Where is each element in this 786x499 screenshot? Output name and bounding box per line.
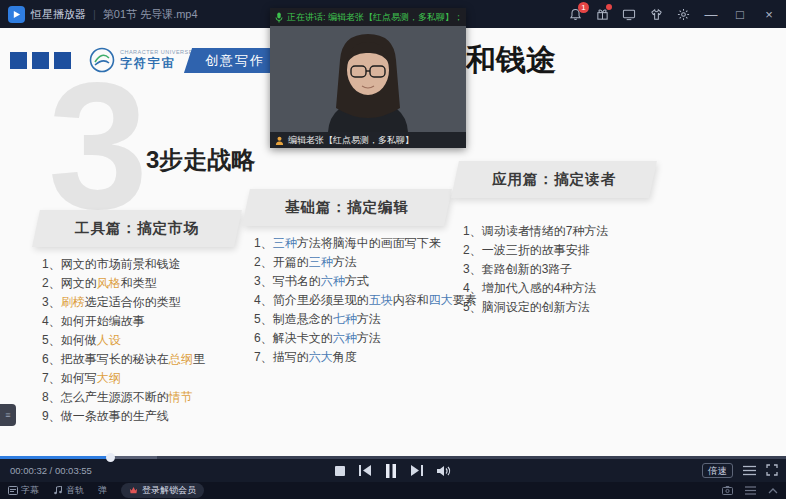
volume-icon[interactable] xyxy=(437,465,451,477)
previous-button[interactable] xyxy=(359,465,371,476)
list-panel-icon[interactable] xyxy=(745,486,756,495)
playlist-icon[interactable] xyxy=(743,462,756,480)
danmaku-toggle[interactable]: 弹 xyxy=(98,484,107,497)
list-item: 7、如何写大纲 xyxy=(42,369,205,388)
list-item: 5、脑洞设定的创新方法 xyxy=(463,298,608,317)
list-item: 2、网文的风格和类型 xyxy=(42,274,205,293)
app-name: 恒星播放器 xyxy=(31,7,86,22)
vip-icon xyxy=(129,486,138,495)
list-item: 3、刷榜选定适合你的类型 xyxy=(42,293,205,312)
person-icon xyxy=(275,136,284,145)
brand-square xyxy=(32,52,49,69)
list-item: 4、简介里必须呈现的五块内容和四大要素 xyxy=(254,291,477,310)
brand-square xyxy=(10,52,27,69)
logo-chinese-text: 字符宇宙 xyxy=(120,55,193,72)
microphone-icon xyxy=(275,12,283,23)
tools-list: 1、网文的市场前景和钱途2、网文的风格和类型3、刷榜选定适合你的类型4、如何开始… xyxy=(42,255,205,426)
close-button[interactable]: × xyxy=(760,7,778,22)
list-item: 2、开篇的三种方法 xyxy=(254,253,477,272)
speaking-text: 正在讲话: 编辑老张【红点易测，多私聊】； xyxy=(287,11,463,24)
stop-button[interactable] xyxy=(335,466,345,476)
titlebar-divider: | xyxy=(93,8,96,20)
card-application: 应用篇：搞定读者 xyxy=(455,161,653,198)
list-item: 4、如何开始编故事 xyxy=(42,312,205,331)
list-item: 4、增加代入感的4种方法 xyxy=(463,279,608,298)
list-item: 6、把故事写长的秘诀在总纲里 xyxy=(42,350,205,369)
gift-badge-dot xyxy=(606,4,612,10)
list-item: 6、解决卡文的六种方法 xyxy=(254,329,477,348)
screenshot-icon[interactable] xyxy=(722,486,733,495)
list-item: 7、描写的六大角度 xyxy=(254,348,477,367)
application-list: 1、调动读者情绪的7种方法2、一波三折的故事安排3、套路创新的3路子4、增加代入… xyxy=(463,222,608,317)
minimize-button[interactable]: — xyxy=(702,7,720,22)
notification-badge: 1 xyxy=(578,2,589,13)
gift-icon[interactable] xyxy=(594,6,610,22)
skin-icon[interactable] xyxy=(648,6,664,22)
card-basics: 基础篇：搞定编辑 xyxy=(246,189,448,226)
speaker-name: 编辑老张【红点易测，多私聊】 xyxy=(288,134,414,147)
audio-track-toggle[interactable]: 音轨 xyxy=(53,484,84,497)
time-display: 00:00:32 / 00:03:55 xyxy=(10,459,92,482)
player-window: 恒星播放器 | 第01节 先导课.mp4 1 — □ × xyxy=(0,0,786,499)
speaking-indicator-bar: 正在讲话: 编辑老张【红点易测，多私聊】； xyxy=(270,8,466,26)
list-item: 5、如何做人设 xyxy=(42,331,205,350)
speed-button[interactable]: 倍速 xyxy=(702,463,733,478)
logo-english-text: CHARACTER UNIVERSE xyxy=(120,49,193,55)
list-item: 3、写书名的六种方式 xyxy=(254,272,477,291)
basics-list: 1、三种方法将脑海中的画面写下来2、开篇的三种方法3、写书名的六种方式4、简介里… xyxy=(254,234,477,367)
brand-square xyxy=(54,52,71,69)
course-tag: 创意写作 xyxy=(188,48,282,73)
cast-icon[interactable] xyxy=(621,6,637,22)
next-button[interactable] xyxy=(411,465,423,476)
list-item: 1、调动读者情绪的7种方法 xyxy=(463,222,608,241)
webcam-name-bar: 编辑老张【红点易测，多私聊】 xyxy=(270,132,466,148)
maximize-button[interactable]: □ xyxy=(731,7,749,22)
webcam-video-feed xyxy=(270,26,466,132)
app-logo-icon xyxy=(8,6,25,23)
watermark-number: 3 xyxy=(48,56,148,236)
controls-row: 00:00:32 / 00:03:55 倍速 xyxy=(0,459,786,482)
settings-gear-icon[interactable] xyxy=(675,6,691,22)
sidebar-handle[interactable]: ≡ xyxy=(0,404,16,426)
bottom-strip: 字幕 音轨 弹 登录解锁会员 xyxy=(0,482,786,499)
subtitle-toggle[interactable]: 字幕 xyxy=(8,484,39,497)
list-item: 1、三种方法将脑海中的画面写下来 xyxy=(254,234,477,253)
list-item: 2、一波三折的故事安排 xyxy=(463,241,608,260)
file-name: 第01节 先导课.mp4 xyxy=(103,7,198,22)
slide-heading-partial: 和钱途 xyxy=(466,40,556,81)
notification-bell-icon[interactable]: 1 xyxy=(567,6,583,22)
fullscreen-icon[interactable] xyxy=(766,462,778,480)
strategy-heading: 3步走战略 xyxy=(146,144,255,176)
list-item: 9、做一条故事的生产线 xyxy=(42,407,205,426)
list-item: 3、套路创新的3路子 xyxy=(463,260,608,279)
player-footer: 00:00:32 / 00:03:55 倍速 xyxy=(0,456,786,499)
brand-block: CHARACTER UNIVERSE 字符宇宙 xyxy=(10,46,193,74)
list-item: 1、网文的市场前景和钱途 xyxy=(42,255,205,274)
list-item: 5、制造悬念的七种方法 xyxy=(254,310,477,329)
list-item: 8、怎么产生源源不断的情节 xyxy=(42,388,205,407)
pause-button[interactable] xyxy=(385,464,397,478)
card-tools: 工具篇：搞定市场 xyxy=(36,210,238,247)
login-vip-button[interactable]: 登录解锁会员 xyxy=(121,483,204,498)
webcam-overlay: 正在讲话: 编辑老张【红点易测，多私聊】； 编辑老张【红点易测，多私聊】 xyxy=(270,8,466,148)
chevron-up-icon[interactable] xyxy=(768,488,778,494)
universe-logo-icon xyxy=(88,46,116,74)
